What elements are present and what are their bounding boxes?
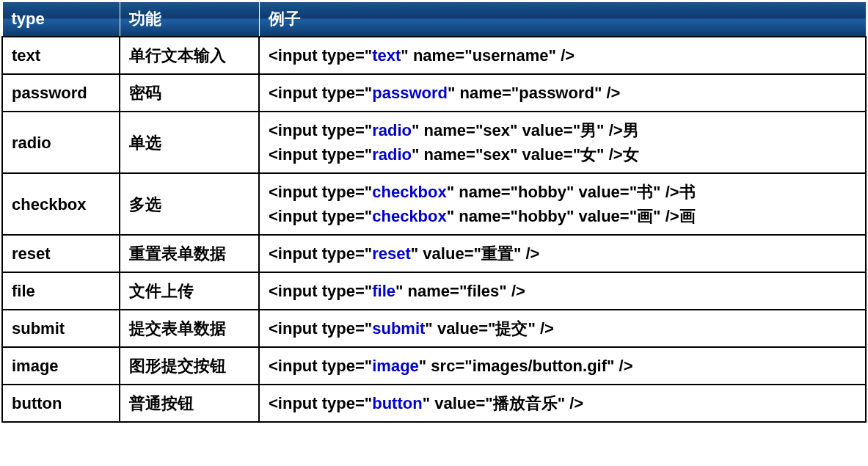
header-example: 例子 bbox=[259, 2, 866, 37]
code-line: <input type="checkbox" name="hobby" valu… bbox=[269, 204, 856, 228]
code-keyword: submit bbox=[372, 319, 425, 338]
code-post: " name="username" /> bbox=[401, 46, 575, 65]
code-post: " name="hobby" value="画" />画 bbox=[447, 207, 696, 225]
code-pre: <input type=" bbox=[269, 84, 372, 102]
code-keyword: text bbox=[372, 46, 401, 65]
code-line: <input type="file" name="files" /> bbox=[269, 282, 525, 300]
cell-func: 密码 bbox=[120, 74, 259, 112]
code-keyword: button bbox=[372, 394, 422, 412]
code-pre: <input type=" bbox=[269, 244, 372, 263]
cell-example: <input type="text" name="username" /> bbox=[259, 37, 866, 74]
code-line: <input type="submit" value="提交" /> bbox=[269, 319, 554, 338]
cell-func: 单选 bbox=[120, 112, 259, 173]
cell-func: 多选 bbox=[120, 173, 259, 235]
cell-func: 图形提交按钮 bbox=[120, 347, 259, 385]
cell-type: radio bbox=[2, 112, 120, 173]
code-line: <input type="image" src="images/button.g… bbox=[269, 357, 633, 375]
code-keyword: file bbox=[372, 282, 395, 300]
code-post: " name="hobby" value="书" />书 bbox=[447, 183, 696, 201]
cell-example: <input type="image" src="images/button.g… bbox=[259, 347, 866, 385]
code-post: " value="重置" /> bbox=[411, 244, 540, 263]
code-line: <input type="radio" name="sex" value="男"… bbox=[269, 118, 856, 142]
table-row: reset重置表单数据<input type="reset" value="重置… bbox=[2, 235, 866, 272]
code-post: " value="播放音乐" /> bbox=[423, 394, 584, 412]
cell-example: <input type="password" name="password" /… bbox=[259, 74, 866, 112]
code-keyword: radio bbox=[372, 145, 412, 164]
code-pre: <input type=" bbox=[269, 121, 372, 139]
cell-func: 文件上传 bbox=[120, 272, 259, 310]
cell-type: button bbox=[2, 385, 120, 422]
cell-type: image bbox=[2, 347, 120, 385]
table-row: checkbox多选<input type="checkbox" name="h… bbox=[2, 173, 866, 235]
code-pre: <input type=" bbox=[269, 357, 372, 375]
code-pre: <input type=" bbox=[269, 207, 372, 225]
header-func: 功能 bbox=[120, 2, 259, 37]
code-post: " name="files" /> bbox=[395, 282, 525, 300]
code-line: <input type="radio" name="sex" value="女"… bbox=[269, 142, 856, 167]
code-post: " name="sex" value="女" />女 bbox=[412, 145, 639, 164]
code-pre: <input type=" bbox=[269, 46, 372, 65]
cell-example: <input type="submit" value="提交" /> bbox=[259, 310, 866, 347]
code-line: <input type="text" name="username" /> bbox=[269, 46, 575, 65]
cell-example: <input type="button" value="播放音乐" /> bbox=[259, 385, 866, 422]
header-type: type bbox=[2, 2, 120, 37]
code-pre: <input type=" bbox=[269, 319, 372, 338]
table-row: image图形提交按钮<input type="image" src="imag… bbox=[2, 347, 866, 385]
cell-func: 重置表单数据 bbox=[120, 235, 259, 272]
cell-type: submit bbox=[2, 310, 120, 347]
table-row: button普通按钮<input type="button" value="播放… bbox=[2, 385, 866, 422]
code-post: " value="提交" /> bbox=[425, 319, 554, 338]
input-types-table: type 功能 例子 text单行文本输入<input type="text" … bbox=[1, 1, 867, 423]
code-line: <input type="button" value="播放音乐" /> bbox=[269, 394, 583, 412]
code-line: <input type="checkbox" name="hobby" valu… bbox=[269, 180, 856, 204]
cell-example: <input type="reset" value="重置" /> bbox=[259, 235, 866, 272]
table-row: submit提交表单数据<input type="submit" value="… bbox=[2, 310, 866, 347]
table-row: password密码<input type="password" name="p… bbox=[2, 74, 866, 112]
code-keyword: reset bbox=[372, 244, 411, 263]
cell-type: text bbox=[2, 37, 120, 74]
code-line: <input type="password" name="password" /… bbox=[269, 84, 620, 102]
cell-func: 单行文本输入 bbox=[120, 37, 259, 74]
code-pre: <input type=" bbox=[269, 282, 372, 300]
table-header-row: type 功能 例子 bbox=[2, 2, 866, 37]
code-pre: <input type=" bbox=[269, 145, 372, 164]
table-body: text单行文本输入<input type="text" name="usern… bbox=[2, 37, 866, 422]
cell-example: <input type="radio" name="sex" value="男"… bbox=[259, 112, 866, 173]
table-row: radio单选<input type="radio" name="sex" va… bbox=[2, 112, 866, 173]
code-post: " name="sex" value="男" />男 bbox=[412, 121, 639, 139]
cell-example: <input type="checkbox" name="hobby" valu… bbox=[259, 173, 866, 235]
code-post: " src="images/button.gif" /> bbox=[419, 357, 633, 375]
code-line: <input type="reset" value="重置" /> bbox=[269, 244, 539, 263]
cell-type: password bbox=[2, 74, 120, 112]
code-pre: <input type=" bbox=[269, 394, 372, 412]
code-keyword: image bbox=[372, 357, 419, 375]
code-keyword: checkbox bbox=[372, 183, 447, 201]
code-keyword: checkbox bbox=[372, 207, 447, 225]
cell-type: file bbox=[2, 272, 120, 310]
code-keyword: radio bbox=[372, 121, 412, 139]
cell-example: <input type="file" name="files" /> bbox=[259, 272, 866, 310]
cell-type: reset bbox=[2, 235, 120, 272]
code-pre: <input type=" bbox=[269, 183, 372, 201]
cell-type: checkbox bbox=[2, 173, 120, 235]
table-row: text单行文本输入<input type="text" name="usern… bbox=[2, 37, 866, 74]
cell-func: 普通按钮 bbox=[120, 385, 259, 422]
table-row: file文件上传<input type="file" name="files" … bbox=[2, 272, 866, 310]
cell-func: 提交表单数据 bbox=[120, 310, 259, 347]
code-keyword: password bbox=[372, 84, 448, 102]
code-post: " name="password" /> bbox=[448, 84, 621, 102]
